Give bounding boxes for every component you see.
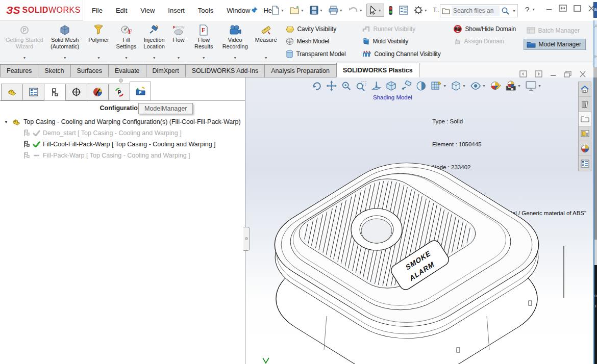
toggle-assign-domain[interactable]: Assign Domain (453, 35, 518, 47)
solid-mesh-icon (59, 23, 70, 36)
toggle-cooling-channel-visibility[interactable]: Cooling Channel Visibility (362, 48, 453, 60)
tab-featuremanager[interactable] (1, 84, 22, 100)
options-button[interactable]: ▼ (412, 4, 430, 16)
tree-row-fill-cool-fill-pack-warp[interactable]: Fill-Cool-Fill-Pack-Warp [ Top Casing - … (4, 139, 244, 150)
ribbon-button-fill-settings[interactable]: F FillSettings ▼ (113, 22, 140, 61)
svg-text:P: P (23, 28, 27, 33)
toggle-runner-visibility[interactable]: Runner Visibility (362, 23, 453, 35)
tab-evaluate[interactable]: Evaluate (108, 64, 146, 77)
zoom-to-fit-icon[interactable] (341, 81, 352, 91)
toggle-mold-visibility[interactable]: Mold Visibility (362, 35, 453, 47)
custom-properties-button[interactable] (579, 156, 591, 171)
tab-propertymanager[interactable] (22, 84, 44, 100)
model-manager-icon (527, 41, 536, 48)
menu-edit[interactable]: Edit (116, 7, 127, 14)
zoom-to-area-icon[interactable] (356, 81, 367, 91)
select-tool-button[interactable]: ▼ (366, 4, 384, 17)
panel-splitter-grip[interactable] (119, 79, 123, 83)
menu-insert[interactable]: Insert (168, 7, 185, 14)
ribbon-button-flow[interactable]: FPCW Flow ▼ (168, 22, 189, 61)
search-input[interactable] (452, 6, 500, 16)
open-file-button[interactable]: ▼ (288, 4, 306, 16)
menu-tools[interactable]: Tools (198, 7, 213, 14)
save-button[interactable]: ▼ (308, 4, 325, 16)
doc-restore-icon[interactable] (564, 71, 571, 77)
maximize-icon[interactable] (574, 5, 581, 12)
task-scheduler-button[interactable] (397, 4, 410, 16)
menu-window[interactable]: Window (227, 7, 250, 14)
button-batch-manager[interactable]: Batch Manager (524, 24, 586, 36)
toggle-show-hide-domain[interactable]: Show/Hide Domain (453, 23, 518, 35)
menu-view[interactable]: View (140, 7, 155, 14)
tab-features[interactable]: Features (0, 64, 38, 77)
drawing-view-icon[interactable]: ▼ (431, 81, 446, 91)
performance-monitor-button[interactable] (386, 4, 395, 17)
section-view-icon[interactable] (401, 81, 412, 91)
tab-plastics-modelmanager[interactable]: P (130, 82, 151, 100)
search-scope-folder-icon[interactable] (442, 8, 450, 14)
ribbon-button-getting-started-wizard[interactable]: P Getting StartedWizard ▼ (2, 22, 47, 61)
tab-surfaces[interactable]: Surfaces (70, 64, 108, 77)
design-library-button[interactable] (579, 97, 591, 112)
tab-configurationmanager[interactable] (44, 84, 65, 100)
ribbon-button-video-recording[interactable]: VideoRecording ▼ (219, 22, 252, 61)
toggle-cavity-visibility[interactable]: Cavity Visibility (286, 23, 362, 35)
appearances-button[interactable] (579, 141, 591, 156)
dock-right-icon[interactable] (535, 70, 542, 77)
file-explorer-button[interactable] (579, 112, 591, 126)
ribbon-button-solid-mesh[interactable]: Solid Mesh(Automatic) ▼ (47, 22, 83, 61)
ribbon-button-injection-location[interactable]: InjectionLocation ▼ (140, 22, 168, 61)
graphics-viewport[interactable]: ▼ ▼ ▼ ▼ ▼ Shading Model Type : Solid Ele… (245, 77, 593, 364)
tab-sketch[interactable]: Sketch (38, 64, 70, 77)
search-icon[interactable] (501, 7, 510, 15)
view-palette-button[interactable] (579, 126, 591, 141)
cut-view-icon[interactable] (416, 81, 427, 91)
arrange-windows-icon[interactable] (559, 5, 567, 12)
apply-scene-icon[interactable]: ▼ (505, 80, 521, 91)
expander-icon[interactable]: ▼ (4, 120, 10, 124)
tab-dimxpert[interactable]: DimXpert (146, 64, 185, 77)
edit-appearance-icon[interactable] (490, 80, 501, 91)
rotate-view-icon[interactable] (311, 81, 322, 91)
panel-collapse-handle[interactable] (243, 227, 250, 251)
tab-solidworks-plastics[interactable]: SOLIDWORKS Plastics (336, 63, 419, 77)
doc-minimize-icon[interactable] (550, 71, 556, 77)
doc-close-icon[interactable] (579, 71, 586, 77)
model-3d-view[interactable]: SMOKE ALARM (254, 148, 584, 364)
button-settings-and-help[interactable]: P SettingsandHelp (590, 22, 593, 61)
toggle-mesh-model[interactable]: Mesh Model (286, 35, 362, 47)
button-model-manager[interactable]: Model Manager (524, 39, 586, 50)
svg-text:F: F (128, 28, 132, 35)
toggle-transparent-model[interactable]: Transparent Model (286, 48, 362, 60)
normal-to-icon[interactable] (371, 81, 382, 91)
menu-file[interactable]: File (92, 7, 103, 14)
view-settings-icon[interactable]: ▼ (525, 81, 541, 91)
tab-displaymanager[interactable] (87, 84, 108, 100)
print-button[interactable]: ▼ (327, 4, 345, 16)
tree-row-demo-start[interactable]: Demo_start [ Top Casing - Cooling and Wa… (4, 127, 244, 139)
home-button[interactable] (579, 82, 591, 97)
tab-solidworks-add-ins[interactable]: SOLIDWORKS Add-Ins (185, 64, 265, 77)
ribbon-button-flow-results[interactable]: F FlowResults ▼ (191, 22, 217, 61)
view-cube-icon[interactable] (386, 81, 396, 91)
pan-icon[interactable] (326, 81, 337, 91)
task-pane-scroll[interactable] (593, 240, 597, 265)
display-style-icon[interactable]: ▼ (470, 81, 486, 91)
tree-row-fill-pack-warp[interactable]: Fill-Pack-Warp [ Top Casing - Cooling an… (4, 150, 244, 161)
view-orientation-icon[interactable]: ▼ (451, 81, 466, 91)
ribbon-button-polymer[interactable]: Polymer ▼ (85, 22, 112, 61)
new-document-button[interactable]: ▼ (269, 4, 286, 16)
video-recording-icon (229, 23, 241, 36)
tab-analysis-preparation[interactable]: Analysis Preparation (264, 64, 336, 77)
svg-text:P: P (139, 90, 142, 95)
help-button[interactable]: ?▼ (525, 5, 535, 14)
search-dropdown[interactable]: ▼ (512, 9, 516, 13)
pin-menubar-icon[interactable] (250, 6, 258, 14)
undo-button[interactable]: ▼ (346, 5, 365, 16)
minimize-icon[interactable] (546, 5, 552, 11)
tab-plastics-commandmanager[interactable]: P (108, 84, 130, 100)
dock-left-icon[interactable] (519, 70, 527, 77)
tree-root-row[interactable]: ▼ Top Casing - Cooling and Warping Confi… (4, 116, 244, 127)
tab-dimxpertmanager[interactable] (65, 84, 87, 100)
ribbon-button-measure[interactable]: Measure ▼ (252, 22, 281, 61)
